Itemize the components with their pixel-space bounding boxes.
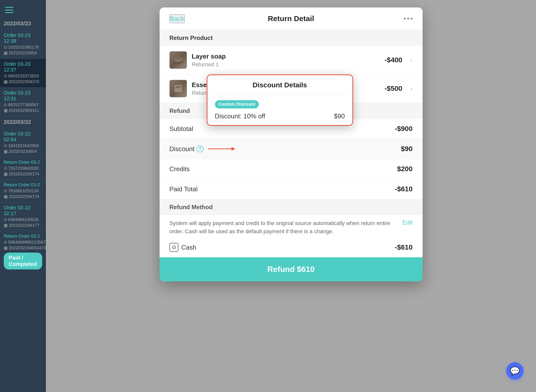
order-doc: ▦2022032204053473 [4,245,42,251]
order-title: Order 03-23 12:38 [4,33,42,44]
svg-rect-3 [174,85,182,92]
order-title: Order 03-22 12:17 [4,205,42,216]
custom-discount-badge: Custom Discount [215,100,259,108]
subtotal-value: -$900 [395,125,413,133]
product-info-layer-soap: Layer soap Returned 1 [192,53,380,68]
discount-detail-value: $90 [334,112,345,120]
date-label-march22: 2022/03/22 [4,119,42,125]
paid-total-value: -$610 [395,185,413,193]
cash-label: ⊙ Cash [169,243,197,252]
return-detail-modal: Back Return Detail Return Product [160,7,423,281]
chat-button[interactable]: 💬 [506,362,524,380]
paid-total-row: Paid Total -$610 [160,179,423,199]
date-group-march23: 2022/03/23 [0,18,46,30]
discount-detail-label: Discount: 10% off [215,112,265,120]
order-id: ⊙1015231580179 [4,45,42,50]
order-title: Order 03-22 02:54 [4,131,42,142]
modal-overlay: Back Return Detail Return Product [46,0,536,392]
chevron-right-icon: › [410,56,412,64]
date-label-march23: 2022/03/23 [4,20,42,27]
sidebar-item-order5[interactable]: Order 03-22 12:17 ⊙6304884240530 ▦202203… [0,202,46,231]
menu-icon[interactable] [5,7,13,13]
order-doc: ▦2022032204177 [4,223,42,228]
svg-marker-6 [232,147,235,151]
refund-method-description: System will apply payment and credit to … [169,219,398,235]
sidebar-item-return1[interactable]: Return Order 03-2 ⊙7257233842020 ▦202203… [0,157,46,180]
order-id: ⊙7816853253134 [4,188,42,194]
discount-label: Discount ? [169,145,238,153]
modal-header: Back Return Detail [160,7,423,30]
sidebar-item-return2[interactable]: Return Order 03-2 ⊙7816853253134 ▦202203… [0,180,46,202]
product-row-layer-soap[interactable]: Layer soap Returned 1 -$400 › [160,46,423,74]
svg-point-2 [175,57,182,60]
cash-icon: ⊙ [169,243,178,252]
cash-row: ⊙ Cash -$610 [160,237,423,257]
order-id: ⊙9903233373819 [4,73,42,79]
modal-title: Return Detail [268,14,314,23]
sidebar-item-order2[interactable]: Order 03-23 12:37 ⊙9903233373819 ▦202203… [0,59,46,88]
return-order-title: Return Order 03-2 [4,182,42,188]
credits-row: Credits $200 [160,159,423,179]
refund-method-label: Refund Method [169,204,213,211]
product-image-essenti [169,80,187,97]
order-id: ⊙6815177360067 [4,102,42,107]
product-name: Layer soap [192,53,380,60]
sidebar-header [0,0,46,18]
product-price: -$500 [385,85,402,93]
return-order-title: Return Order 03-2 [4,234,42,239]
order-doc: ▦2022032204174 [4,171,42,177]
edit-button[interactable]: Edit [402,219,412,226]
paid-completed-badge: Paid / Completed [4,253,42,269]
back-button[interactable]: Back [169,14,185,23]
refund-button[interactable]: Refund $610 [160,257,423,281]
sidebar-item-order1[interactable]: Order 03-23 12:38 ⊙1015231580179 ▦202203… [0,30,46,59]
chat-icon: 💬 [510,366,520,376]
order-doc: ▦202203220654 [4,50,42,56]
subtotal-label: Subtotal [169,125,193,133]
more-options-icon[interactable] [404,18,413,20]
sidebar: 2022/03/23 Order 03-23 12:38 ⊙1015231580… [0,0,46,392]
svg-rect-4 [176,86,181,88]
sidebar-item-order4[interactable]: Order 03-22 02:54 ⊙1841822642959 ▦202203… [0,129,46,157]
order-id: ⊙1841822642959 [4,143,42,148]
order-id: ⊙5064899990213567767 [4,240,42,245]
paid-total-label: Paid Total [169,185,198,193]
modal-body: Return Product Layer soap Returned 1 [160,30,423,281]
sidebar-item-order3[interactable]: Order 03-23 12:31 ⊙6815177360067 ▦202203… [0,88,46,116]
chevron-right-icon: › [410,85,412,93]
red-arrow-annotation [205,145,238,153]
order-doc: ▦2022032204174 [4,194,42,199]
product-image-layer-soap [169,51,187,69]
discount-row: Discount ? $90 [160,139,423,159]
refund-method-desc-row: System will apply payment and credit to … [160,215,423,237]
order-doc: ▦2022032304376 [4,79,42,84]
credits-label: Credits [169,165,190,173]
order-title: Order 03-23 12:37 [4,61,42,73]
discount-popup-body: Custom Discount Discount: 10% off $90 [207,95,352,125]
return-product-section-header: Return Product [160,30,423,46]
return-order-title: Return Order 03-2 [4,160,42,165]
discount-details-popup: Discount Details Custom Discount Discoun… [207,74,353,126]
discount-popup-title: Discount Details [207,75,352,95]
product-price: -$400 [385,56,402,64]
order-doc: ▦2022032304311 [4,108,42,113]
cash-value: -$610 [395,243,413,251]
order-title: Order 03-23 12:31 [4,90,42,101]
refund-method-header: Refund Method [160,199,423,215]
order-id: ⊙7257233842020 [4,166,42,171]
sidebar-item-return-bottom[interactable]: Return Order 03-2 ⊙5064899990213567767 ▦… [0,231,46,272]
order-doc: ▦202203220654 [4,149,42,154]
credits-value: $200 [397,165,412,173]
date-group-march22: 2022/03/22 [0,116,46,129]
product-sub: Returned 1 [192,61,380,68]
discount-detail-row: Discount: 10% off $90 [215,112,345,120]
discount-help-icon[interactable]: ? [197,145,203,152]
discount-value: $90 [401,145,413,153]
order-id: ⊙6304884240530 [4,217,42,222]
